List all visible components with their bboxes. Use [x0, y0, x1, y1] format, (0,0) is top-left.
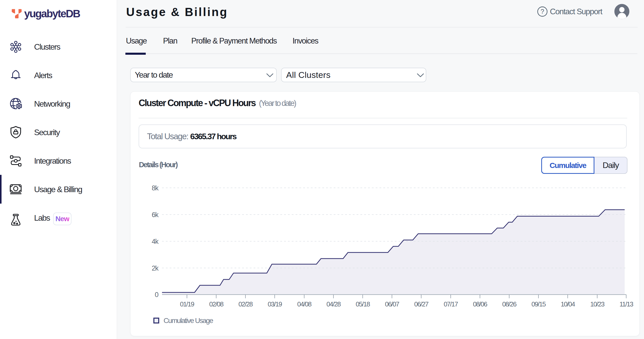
svg-text:06/27: 06/27	[414, 300, 429, 308]
svg-text:?: ?	[541, 8, 544, 15]
svg-text:08/26: 08/26	[502, 300, 517, 308]
svg-text:02/08: 02/08	[209, 300, 224, 308]
svg-text:07/17: 07/17	[444, 300, 458, 308]
svg-text:11/13: 11/13	[619, 300, 633, 308]
svg-text:02/28: 02/28	[238, 300, 253, 308]
svg-text:08/06: 08/06	[473, 300, 487, 308]
svg-text:05/18: 05/18	[356, 300, 370, 308]
svg-text:10/23: 10/23	[590, 300, 605, 308]
svg-text:01/19: 01/19	[180, 300, 194, 308]
svg-text:2k: 2k	[152, 264, 159, 272]
svg-text:03/19: 03/19	[268, 300, 282, 308]
svg-text:04/08: 04/08	[297, 300, 312, 308]
svg-text:04/28: 04/28	[326, 300, 341, 308]
svg-text:8k: 8k	[152, 184, 159, 192]
svg-text:06/07: 06/07	[385, 300, 399, 308]
svg-text:6k: 6k	[152, 211, 159, 219]
svg-text:0: 0	[155, 291, 158, 299]
svg-text:09/15: 09/15	[531, 300, 546, 308]
svg-text:4k: 4k	[152, 238, 159, 245]
svg-text:10/04: 10/04	[561, 300, 575, 308]
